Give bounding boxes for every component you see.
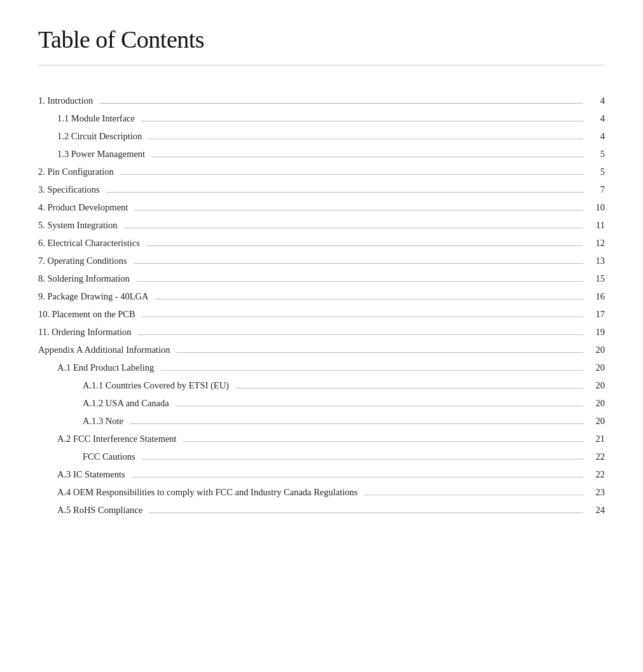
toc-page: 22 [586, 469, 605, 480]
toc-dots [134, 254, 583, 264]
page-title: Table of Contents [38, 25, 605, 53]
toc-label: A.4 OEM Responsibilities to comply with … [38, 487, 361, 498]
toc-page: 4 [586, 113, 605, 124]
toc-page: 13 [586, 256, 605, 266]
toc-label: A.1.1 Countries Covered by ETSI (EU) [38, 380, 233, 391]
toc-entry: A.3 IC Statements22 [38, 465, 605, 483]
toc-page: 22 [586, 451, 605, 462]
toc-label: A.1 End Product Labeling [38, 362, 158, 373]
toc-entry: A.1.1 Countries Covered by ETSI (EU)20 [38, 376, 605, 394]
toc-page: 4 [586, 131, 605, 142]
toc-dots [151, 147, 583, 157]
toc-entry: 1.2 Circuit Description4 [38, 127, 605, 144]
toc-label: 10. Placement on the PCB [38, 309, 139, 320]
toc-page: 20 [586, 416, 605, 427]
toc-dots [106, 182, 583, 193]
toc-label: A.5 RoHS Compliance [38, 505, 146, 516]
toc-dots [183, 432, 583, 442]
toc-label: 5. System Integration [38, 220, 121, 231]
toc-label: A.1.3 Note [38, 416, 127, 427]
toc-entry: A.2 FCC Interference Statement21 [38, 429, 605, 447]
toc-entry: 11. Ordering Information19 [38, 322, 605, 340]
toc-entry: 1. Introduction4 [38, 91, 605, 109]
toc-page: 20 [586, 362, 605, 373]
toc-label: A.3 IC Statements [38, 469, 129, 480]
toc-page: 15 [586, 273, 605, 284]
toc-page: 17 [586, 309, 605, 320]
toc-dots [120, 165, 583, 175]
toc-label: 11. Ordering Information [38, 327, 135, 338]
toc-dots [235, 378, 583, 388]
toc-dots [141, 111, 583, 121]
toc-page: 16 [586, 291, 605, 302]
toc-dots [130, 414, 583, 424]
toc-dots [176, 396, 583, 406]
toc-dots [149, 503, 583, 513]
toc-page: 5 [586, 167, 605, 177]
toc-page: 24 [586, 505, 605, 516]
toc-dots [160, 360, 583, 371]
toc-entry: 3. Specifications7 [38, 180, 605, 198]
toc-label: 4. Product Development [38, 202, 132, 213]
toc-entry: FCC Cautions22 [38, 447, 605, 465]
toc-dots [155, 289, 583, 299]
toc-page: 20 [586, 398, 605, 409]
toc-entry: 5. System Integration11 [38, 216, 605, 233]
toc-label: Appendix A Additional Information [38, 345, 174, 355]
toc-entry: 10. Placement on the PCB17 [38, 305, 605, 322]
toc-entry: 2. Pin Configuration5 [38, 162, 605, 180]
toc-label: 2. Pin Configuration [38, 167, 118, 177]
toc-label: A.1.2 USA and Canada [38, 398, 173, 409]
toc-label: 1.2 Circuit Description [38, 131, 146, 142]
toc-label: 1. Introduction [38, 95, 97, 106]
toc-dots [142, 449, 583, 460]
toc-dots [123, 218, 583, 228]
toc-entry: A.1.2 USA and Canada20 [38, 394, 605, 411]
toc-label: 6. Electrical Characteristics [38, 238, 144, 249]
toc-dots [99, 93, 583, 104]
toc-entry: 8. Soldering Information15 [38, 269, 605, 287]
toc-page: 20 [586, 380, 605, 391]
toc-page: 10 [586, 202, 605, 213]
toc-dots [146, 236, 583, 246]
toc-dots [132, 467, 583, 477]
toc-dots [137, 325, 583, 335]
toc-page: 11 [586, 220, 605, 231]
title-divider [38, 65, 605, 65]
toc-page: 5 [586, 149, 605, 160]
toc-dots [176, 343, 583, 353]
toc-dots [134, 200, 583, 210]
toc-label: 3. Specifications [38, 184, 104, 195]
toc-page: 23 [586, 487, 605, 498]
toc-dots [364, 485, 583, 495]
toc-entry: 6. Electrical Characteristics12 [38, 233, 605, 251]
toc-container: 1. Introduction41.1 Module Interface41.2… [38, 91, 605, 518]
toc-label: 9. Package Drawing - 40LGA [38, 291, 153, 302]
toc-entry: 4. Product Development10 [38, 198, 605, 216]
toc-entry: 1.3 Power Management5 [38, 144, 605, 162]
toc-label: 1.1 Module Interface [38, 113, 139, 124]
toc-page: 21 [586, 434, 605, 444]
toc-page: 19 [586, 327, 605, 338]
toc-page: 12 [586, 238, 605, 249]
toc-entry: A.1.3 Note20 [38, 411, 605, 429]
toc-label: 1.3 Power Management [38, 149, 149, 160]
toc-dots [136, 271, 583, 282]
toc-entry: A.5 RoHS Compliance24 [38, 500, 605, 518]
toc-dots [142, 307, 583, 317]
toc-entry: 9. Package Drawing - 40LGA16 [38, 287, 605, 305]
toc-page: 4 [586, 95, 605, 106]
toc-dots [148, 129, 583, 139]
toc-label: A.2 FCC Interference Statement [38, 434, 181, 444]
toc-label: FCC Cautions [38, 451, 139, 462]
toc-entry: 7. Operating Conditions13 [38, 251, 605, 269]
toc-entry: A.4 OEM Responsibilities to comply with … [38, 483, 605, 500]
toc-page: 7 [586, 184, 605, 195]
toc-entry: A.1 End Product Labeling20 [38, 358, 605, 376]
toc-entry: 1.1 Module Interface4 [38, 109, 605, 127]
toc-label: 8. Soldering Information [38, 273, 134, 284]
toc-page: 20 [586, 345, 605, 355]
toc-entry: Appendix A Additional Information20 [38, 340, 605, 358]
toc-label: 7. Operating Conditions [38, 256, 131, 266]
